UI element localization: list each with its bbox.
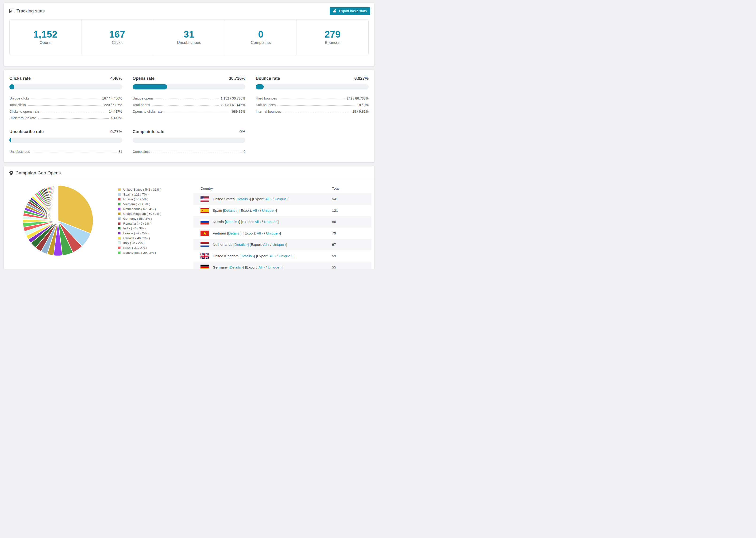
geo-table-row-nl: Netherlands [Details ›] [Export: All › /… <box>193 239 371 250</box>
rate-title: Opens rate <box>133 76 154 81</box>
export-unique-link[interactable]: Unique › <box>279 254 293 258</box>
legend-label: Brazil ( 33 / 2% ) <box>123 246 147 249</box>
export-label: [Export: <box>241 220 254 224</box>
export-unique-link[interactable]: Unique › <box>264 220 278 224</box>
legend-swatch <box>118 212 121 215</box>
rate-row-label: Opens to clicks rate <box>133 110 162 114</box>
legend-item-spain: Spain ( 121 / 7% ) <box>118 192 193 197</box>
country-total: 79 <box>332 228 371 239</box>
rate-progress-bar <box>9 137 122 143</box>
rate-section-unsubscribe-rate: Unsubscribe rate0.77%Unsubscribes31 <box>9 129 122 154</box>
legend-swatch <box>118 207 121 211</box>
rate-row-label: Unsubscribes <box>9 150 30 154</box>
legend-item-vietnam: Vietnam ( 79 / 5% ) <box>118 202 193 207</box>
separator: / <box>263 231 266 235</box>
export-unique-link[interactable]: Unique › <box>266 231 280 235</box>
rate-row-label: Soft bounces <box>256 103 276 107</box>
legend-item-russia: Russia ( 86 / 5% ) <box>118 197 193 202</box>
export-all-link[interactable]: All › <box>254 220 261 224</box>
stat-value: 0 <box>258 29 263 40</box>
export-all-link[interactable]: All › <box>263 242 270 246</box>
bracket: ] <box>276 208 277 212</box>
legend-label: United States ( 541 / 31% ) <box>123 188 161 191</box>
legend-swatch <box>118 251 121 254</box>
country-total: 67 <box>332 239 371 250</box>
bracket: ] <box>242 231 243 235</box>
rate-section-complaints-rate: Complaints rate0%Complaints0 <box>133 129 245 154</box>
details-link[interactable]: Details › <box>228 231 242 235</box>
total-column-header: Total <box>332 183 371 193</box>
details-link[interactable]: Details › <box>237 197 250 201</box>
export-unique-link[interactable]: Unique › <box>272 242 286 246</box>
export-button-label: Export basic stats <box>339 9 367 13</box>
bracket: ] <box>278 220 279 224</box>
export-icon <box>333 9 337 13</box>
bracket: ] <box>286 242 287 246</box>
country-name: Netherlands <box>213 242 233 246</box>
rate-value: 4.46% <box>110 76 122 81</box>
rate-detail-row: Soft bounces18 / 0% <box>256 101 369 107</box>
export-label: [Export: <box>256 254 269 258</box>
rate-section-clicks-rate: Clicks rate4.46%Unique clicks167 / 4.456… <box>9 76 122 120</box>
rate-row-value: 2,303 / 61.446% <box>221 103 245 107</box>
geo-title: Campaign Geo Opens <box>9 170 61 176</box>
details-link[interactable]: Details › <box>241 254 254 258</box>
dotted-leader <box>152 105 219 106</box>
rate-detail-row: Total opens2,303 / 61.446% <box>133 101 245 107</box>
rate-detail-row: Hard bounces242 / 86.738% <box>256 94 369 101</box>
country-name: Russia <box>213 220 225 224</box>
dotted-leader <box>28 105 102 106</box>
legend-label: South Africa ( 29 / 2% ) <box>123 251 156 254</box>
stat-label: Unsubscribes <box>177 40 201 45</box>
export-label: [Export: <box>245 265 258 269</box>
rate-row-label: Clicks to opens rate <box>9 110 39 114</box>
geo-table-row-ru: Russia [Details ›] [Export: All › / Uniq… <box>193 216 371 228</box>
bracket: ] <box>250 197 252 201</box>
export-all-link[interactable]: All › <box>269 254 276 258</box>
details-link[interactable]: Details › <box>226 220 239 224</box>
tracking-stats-header: Tracking stats Export basic stats <box>4 3 374 19</box>
export-unique-link[interactable]: Unique › <box>275 197 289 201</box>
rates-grid: Clicks rate4.46%Unique clicks167 / 4.456… <box>9 76 369 154</box>
geo-header: Campaign Geo Opens <box>4 166 374 180</box>
geo-body: United States ( 541 / 31% )Spain ( 121 /… <box>4 180 374 269</box>
legend-item-brazil: Brazil ( 33 / 2% ) <box>118 245 193 250</box>
dotted-leader <box>155 99 219 99</box>
legend-swatch <box>118 246 121 249</box>
country-name: Spain <box>213 208 223 212</box>
export-basic-stats-button[interactable]: Export basic stats <box>330 7 370 15</box>
country-links: Spain [Details ›] [Export: All › / Uniqu… <box>213 208 277 213</box>
bracket: ] <box>243 265 245 269</box>
rate-progress-fill <box>133 84 167 89</box>
export-all-link[interactable]: All › <box>265 197 272 201</box>
bar-chart-icon <box>9 9 14 13</box>
legend-swatch <box>118 232 121 235</box>
stat-value: 167 <box>109 29 125 40</box>
rate-row-value: 0 <box>243 150 245 154</box>
stat-cell-unsubscribes: 31Unsubscribes <box>153 20 225 55</box>
export-unique-link[interactable]: Unique › <box>268 265 282 269</box>
bracket: ] <box>292 254 293 258</box>
country-total: 121 <box>332 205 371 216</box>
bracket: ] <box>237 208 240 212</box>
export-all-link[interactable]: All › <box>253 208 259 212</box>
country-total: 86 <box>332 216 371 228</box>
rate-progress-bar <box>9 84 122 89</box>
rate-section-bounce-rate: Bounce rate6.927%Hard bounces242 / 86.73… <box>256 76 369 120</box>
rate-value: 0.77% <box>110 129 122 134</box>
export-all-link[interactable]: All › <box>257 231 263 235</box>
details-link[interactable]: Details › <box>234 242 248 246</box>
details-link[interactable]: Details › <box>230 265 243 269</box>
stat-value: 31 <box>184 29 194 40</box>
pie-chart-svg <box>22 185 94 256</box>
bracket: ] <box>288 197 289 201</box>
export-unique-link[interactable]: Unique › <box>262 208 276 212</box>
legend-item-germany: Germany ( 55 / 3% ) <box>118 216 193 221</box>
rate-detail-row: Opens to clicks rate689.82% <box>133 107 245 114</box>
stat-label: Clicks <box>112 40 123 45</box>
export-all-link[interactable]: All › <box>258 265 265 269</box>
geo-title-text: Campaign Geo Opens <box>16 170 61 176</box>
country-total: 59 <box>332 250 371 262</box>
pie-slice <box>58 186 58 221</box>
details-link[interactable]: Details › <box>224 208 237 212</box>
